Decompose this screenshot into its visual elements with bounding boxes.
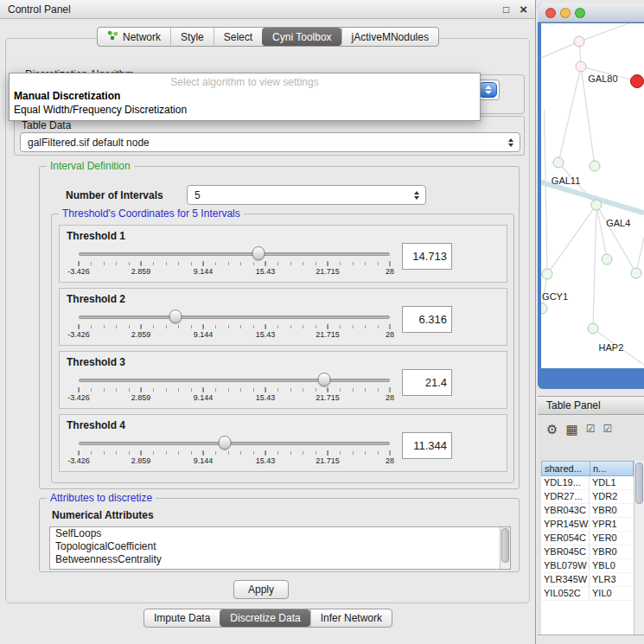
algorithm-dropdown-list: Select algorithm to view settings Manual… <box>9 73 481 121</box>
close-icon[interactable]: × <box>520 3 527 16</box>
threshold-value-field[interactable]: 11.344 <box>402 432 452 459</box>
table-cell[interactable]: YIL052C <box>541 587 590 600</box>
network-canvas[interactable]: GAL80GAL11GAL4GCY1HAP2 <box>541 23 644 368</box>
select-all-checkbox-icon[interactable]: ☑ <box>586 424 596 434</box>
network-node[interactable] <box>552 157 564 169</box>
slider-thumb[interactable] <box>252 246 265 260</box>
threshold-value-field[interactable]: 6.316 <box>402 306 452 333</box>
column-header-name[interactable]: n... <box>590 461 634 476</box>
threshold-slider[interactable]: -3.4262.8599.14415.4321.71528 <box>79 245 390 281</box>
table-cell[interactable]: YER054C <box>541 532 590 545</box>
slider-thumb[interactable] <box>169 309 182 323</box>
scrollbar-thumb[interactable] <box>635 462 643 504</box>
tab-jactivemnodules[interactable]: jActiveMNodules <box>341 28 438 46</box>
threshold-slider[interactable]: -3.4262.8599.14415.4321.71528 <box>79 434 390 470</box>
spinner-stepper-icon[interactable] <box>414 191 419 200</box>
network-window-titlebar[interactable] <box>538 3 644 22</box>
slider-scale-label: 2.859 <box>131 456 151 465</box>
table-row[interactable]: YER054CYER0 <box>541 532 634 545</box>
network-node[interactable] <box>574 36 585 48</box>
attribute-item[interactable]: TopologicalCoefficient <box>50 540 510 553</box>
tab-style[interactable]: Style <box>170 28 214 46</box>
network-node[interactable] <box>591 199 603 210</box>
attribute-item[interactable]: BetweennessCentrality <box>50 553 510 566</box>
table-cell[interactable]: YPR1 <box>590 518 634 531</box>
network-node[interactable] <box>576 61 587 72</box>
network-node[interactable] <box>630 74 644 88</box>
tab-network[interactable]: Network <box>98 28 170 46</box>
mac-minimize-button[interactable] <box>560 8 571 18</box>
table-cell[interactable]: YDR27... <box>541 490 590 503</box>
slider-track[interactable] <box>79 316 390 319</box>
table-row[interactable]: YLR345WYLR3 <box>541 573 634 587</box>
number-of-intervals-spinner[interactable]: 5 <box>187 185 426 205</box>
attributes-list[interactable]: SelfLoopsTopologicalCoefficientBetweenne… <box>49 526 511 570</box>
threshold-slider[interactable]: -3.4262.8599.14415.4321.71528 <box>79 371 390 407</box>
network-node[interactable] <box>630 267 641 278</box>
table-cell[interactable]: YBL079W <box>541 559 590 572</box>
slider-scale-label: 21.715 <box>316 330 340 339</box>
dropdown-option-equal-width-frequency[interactable]: Equal Width/Frequency Discretization <box>10 103 480 117</box>
network-node[interactable] <box>587 323 598 335</box>
columns-icon[interactable]: ▦ <box>565 423 577 436</box>
table-panel-titlebar[interactable]: Table Panel <box>538 396 644 415</box>
table-row[interactable]: YDL19...YDL1 <box>541 476 634 490</box>
table-row[interactable]: YBR043CYBR0 <box>541 504 634 518</box>
tab-impute-data[interactable]: Impute Data <box>144 609 220 627</box>
apply-button[interactable]: Apply <box>233 580 289 599</box>
table-cell[interactable]: YBR0 <box>590 504 634 517</box>
bottom-tabset: Impute Data Discretize Data Infer Networ… <box>143 609 392 628</box>
table-cell[interactable]: YBR043C <box>541 504 590 517</box>
float-window-icon[interactable]: □ <box>503 3 509 16</box>
threshold-1-panel: Threshold 1 -3.4262.8599.14415.4321.7152… <box>59 225 507 283</box>
number-of-intervals-value: 5 <box>194 189 201 201</box>
slider-track[interactable] <box>79 379 390 382</box>
table-cell[interactable]: YPR145W <box>541 518 590 531</box>
slider-thumb[interactable] <box>318 373 331 386</box>
table-row[interactable]: YPR145WYPR1 <box>541 518 634 532</box>
table-row[interactable]: YBL079WYBL0 <box>541 559 634 573</box>
table-cell[interactable]: YBR045C <box>541 545 590 558</box>
network-node[interactable] <box>542 269 553 280</box>
scrollbar-thumb[interactable] <box>501 528 509 563</box>
column-header-shared-name[interactable]: shared... <box>541 461 590 476</box>
table-cell[interactable]: YBL0 <box>590 559 634 572</box>
table-cell[interactable]: YER0 <box>590 532 634 545</box>
tab-infer-network[interactable]: Infer Network <box>310 609 392 627</box>
table-scrollbar[interactable] <box>634 461 644 634</box>
table-cell[interactable]: YDL1 <box>590 476 634 489</box>
attributes-to-discretize-group: Attributes to discretize Numerical Attri… <box>39 498 520 572</box>
table-data-combobox[interactable]: galFiltered.sif default node <box>20 132 520 152</box>
network-view-window[interactable]: GAL80GAL11GAL4GCY1HAP2 <box>538 3 644 389</box>
threshold-slider[interactable]: -3.4262.8599.14415.4321.71528 <box>79 308 390 344</box>
table-cell[interactable]: YDR2 <box>590 490 634 503</box>
table-cell[interactable]: YBR0 <box>590 545 634 558</box>
table-cell[interactable]: YLR345W <box>541 573 590 586</box>
table-row[interactable]: YDR27...YDR2 <box>541 490 634 504</box>
attributes-scrollbar[interactable] <box>500 527 510 569</box>
network-node-label: GAL80 <box>588 73 617 84</box>
attribute-item[interactable]: SelfLoops <box>50 527 510 540</box>
slider-major-tick <box>141 261 142 266</box>
gear-icon[interactable]: ⚙ <box>546 423 558 436</box>
table-row[interactable]: YIL052CYIL0 <box>541 587 634 601</box>
checkbox-icon[interactable]: ☑ <box>603 424 612 434</box>
dropdown-option-manual-discretization[interactable]: Manual Discretization <box>10 89 480 103</box>
table-row[interactable]: YBR045CYBR0 <box>541 545 634 559</box>
slider-track[interactable] <box>79 252 390 256</box>
threshold-value-field[interactable]: 21.4 <box>402 369 452 396</box>
mac-zoom-button[interactable] <box>575 8 585 18</box>
tab-cyni-toolbox[interactable]: Cyni Toolbox <box>262 28 341 46</box>
slider-thumb[interactable] <box>219 436 232 450</box>
table-cell[interactable]: YDL19... <box>541 476 590 489</box>
combo-stepper-icon[interactable] <box>479 82 497 98</box>
threshold-value-field[interactable]: 14.713 <box>402 243 452 270</box>
table-cell[interactable]: YLR3 <box>590 573 634 586</box>
table-cell[interactable]: YIL0 <box>590 587 634 600</box>
tab-discretize-data[interactable]: Discretize Data <box>220 609 309 627</box>
tab-select[interactable]: Select <box>214 28 262 46</box>
network-node[interactable] <box>602 253 613 265</box>
mac-close-button[interactable] <box>545 8 556 18</box>
network-node[interactable] <box>589 161 600 172</box>
slider-track[interactable] <box>79 442 390 445</box>
